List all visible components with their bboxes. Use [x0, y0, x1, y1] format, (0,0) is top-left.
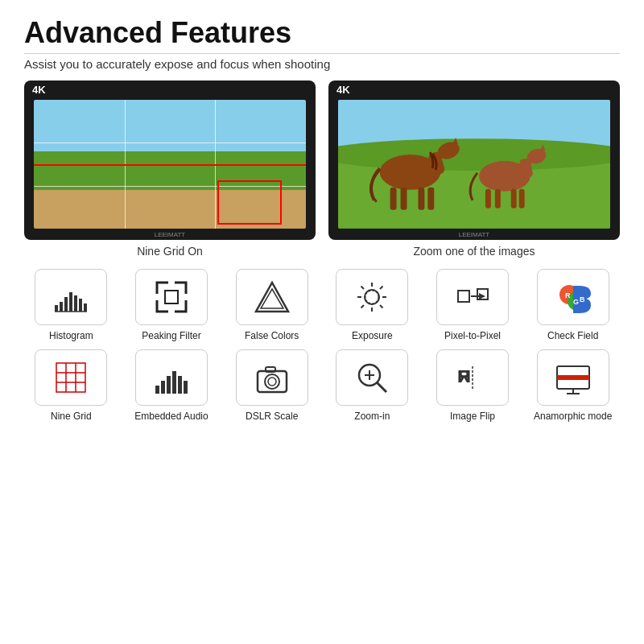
monitor-right: 4K	[328, 80, 620, 258]
svg-text:R: R	[458, 366, 471, 386]
feature-pixel-to-pixel: Pixel-to-Pixel	[426, 269, 520, 343]
svg-rect-16	[495, 189, 501, 208]
svg-line-37	[380, 287, 383, 290]
monitor-left-caption: Nine Grid On	[137, 245, 203, 258]
svg-rect-19	[55, 305, 58, 312]
svg-rect-56	[167, 376, 171, 394]
svg-rect-20	[60, 302, 63, 312]
monitor-left: 4K LEEIMATT Nine Grid On	[24, 80, 316, 258]
svg-rect-10	[427, 188, 434, 210]
svg-rect-17	[511, 189, 517, 208]
svg-line-36	[380, 305, 383, 308]
zoom-in-icon-box	[336, 349, 408, 406]
check-field-label: Check Field	[547, 330, 598, 343]
exposure-icon-box	[336, 269, 408, 325]
pixel-to-pixel-label: Pixel-to-Pixel	[444, 330, 501, 343]
monitor-right-4k-label: 4K	[336, 84, 350, 96]
svg-rect-27	[165, 291, 178, 303]
feature-check-field: R G B Check Field	[526, 269, 620, 343]
pixel-to-pixel-icon-box	[436, 269, 509, 325]
feature-peaking-filter: Peaking Filter	[125, 269, 219, 343]
check-field-icon: R G B	[555, 279, 591, 315]
pixel-to-pixel-icon	[455, 279, 490, 315]
svg-rect-63	[266, 367, 275, 372]
svg-rect-22	[69, 292, 72, 312]
svg-rect-15	[485, 189, 491, 208]
svg-rect-21	[64, 297, 68, 312]
svg-rect-58	[178, 376, 182, 394]
exposure-icon	[354, 279, 390, 315]
svg-text:R: R	[565, 291, 571, 299]
dslr-scale-label: DSLR Scale	[246, 411, 298, 423]
embedded-audio-icon-box	[135, 349, 208, 406]
svg-marker-42	[479, 293, 485, 299]
feature-dslr-scale: DSLR Scale	[225, 349, 319, 423]
svg-line-38	[361, 305, 365, 308]
page-title: Advanced Features	[24, 16, 620, 50]
page-subtitle: Assist you to accurately expose and focu…	[24, 53, 620, 71]
monitor-left-4k-label: 4K	[32, 84, 46, 96]
svg-rect-9	[418, 188, 424, 210]
nine-grid-icon-box	[35, 349, 107, 406]
monitor-left-screen	[34, 100, 306, 229]
feature-false-colors: False Colors	[225, 269, 319, 343]
feature-histogram: Histogram	[24, 269, 118, 343]
zoom-in-icon	[354, 360, 390, 395]
brand-right: LEEIMATT	[459, 231, 490, 238]
anamorphic-mode-icon	[555, 360, 591, 395]
svg-point-62	[268, 378, 276, 386]
feature-nine-grid: Nine Grid	[24, 349, 118, 423]
histogram-icon	[53, 279, 89, 315]
features-grid: Histogram Peaking Filter	[24, 269, 620, 423]
svg-line-65	[377, 382, 386, 392]
horses-illustration	[338, 100, 610, 229]
red-highlight-box	[217, 180, 282, 225]
svg-rect-54	[155, 386, 159, 394]
peaking-filter-icon	[154, 279, 189, 315]
svg-rect-72	[557, 375, 589, 380]
svg-rect-59	[184, 381, 188, 394]
svg-rect-25	[84, 303, 87, 312]
image-flip-icon-box: R R	[436, 349, 509, 406]
peaking-filter-icon-box	[135, 269, 208, 325]
svg-point-61	[265, 374, 279, 389]
image-flip-icon: R R	[455, 360, 490, 395]
embedded-audio-icon	[154, 360, 189, 395]
svg-rect-40	[458, 291, 469, 302]
svg-rect-57	[172, 371, 176, 394]
monitors-row: 4K LEEIMATT Nine Grid On	[24, 80, 620, 258]
false-colors-icon	[254, 279, 290, 315]
feature-embedded-audio: Embedded Audio	[125, 349, 219, 423]
monitor-frame-left: 4K LEEIMATT	[24, 80, 316, 240]
nine-grid-icon	[53, 360, 89, 395]
brand-left: LEEIMATT	[155, 231, 186, 238]
svg-rect-49	[56, 363, 85, 392]
svg-rect-24	[79, 299, 82, 312]
svg-rect-43	[477, 289, 488, 299]
svg-rect-23	[74, 295, 77, 312]
monitor-right-screen	[338, 100, 610, 229]
svg-text:G: G	[573, 298, 579, 306]
svg-point-2	[338, 138, 610, 171]
feature-exposure: Exposure	[325, 269, 419, 343]
svg-rect-55	[161, 381, 165, 394]
nine-grid-label: Nine Grid	[51, 411, 92, 423]
nine-grid-overlay	[34, 100, 306, 229]
zoom-in-label: Zoom-in	[354, 411, 390, 423]
exposure-label: Exposure	[352, 330, 393, 343]
feature-zoom-in: Zoom-in	[325, 349, 419, 423]
dslr-scale-icon	[254, 360, 290, 395]
histogram-icon-box	[35, 269, 107, 325]
anamorphic-mode-label: Anamorphic mode	[534, 411, 612, 423]
feature-anamorphic-mode: Anamorphic mode	[526, 349, 620, 423]
svg-rect-18	[519, 189, 525, 208]
image-flip-label: Image Flip	[450, 411, 495, 423]
anamorphic-mode-icon-box	[537, 349, 609, 406]
check-field-icon-box: R G B	[537, 269, 609, 325]
monitor-right-caption: Zoom one of the images	[414, 245, 535, 258]
embedded-audio-label: Embedded Audio	[134, 411, 208, 423]
svg-rect-7	[390, 188, 397, 210]
dslr-scale-icon-box	[236, 349, 308, 406]
header: Advanced Features Assist you to accurate…	[24, 16, 620, 71]
feature-image-flip: R R Image Flip	[426, 349, 520, 423]
